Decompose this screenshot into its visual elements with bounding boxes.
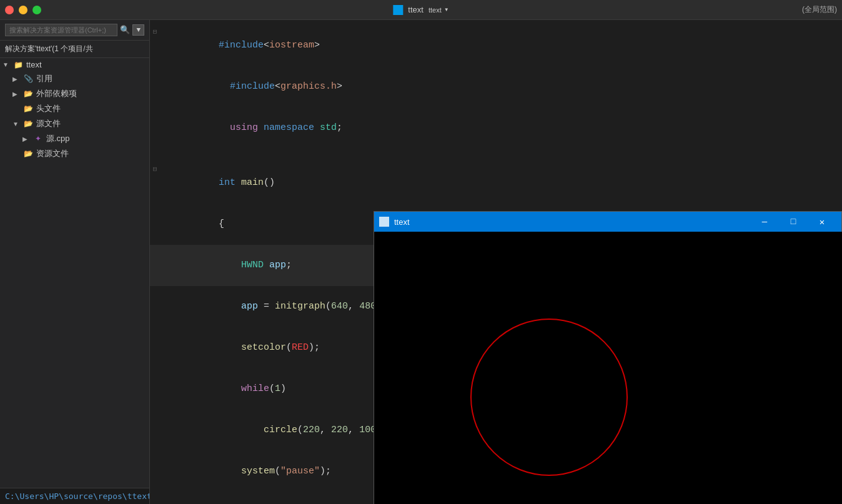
search-bar: 🔍 ▼ [0, 20, 149, 41]
canvas-svg [374, 232, 842, 504]
popup-app-icon [379, 217, 389, 227]
popup-minimize-btn[interactable]: — [750, 212, 779, 232]
popup-window[interactable]: ttext — □ ✕ [374, 211, 842, 504]
header-icon: 📂 [22, 104, 34, 113]
tree-label-resource: 资源文件 [36, 148, 69, 159]
title-label: ttext [408, 5, 423, 14]
arrow-ttext: ▼ [2, 61, 12, 68]
title-dropdown[interactable]: ttext [428, 6, 449, 14]
tree-label-ttext: ttext [26, 60, 42, 69]
close-btn[interactable] [5, 6, 14, 14]
popup-titlebar: ttext — □ ✕ [374, 212, 841, 232]
tree-item-ttext[interactable]: ▼ 📁 ttext [0, 58, 149, 71]
line-content-5: int main() [160, 162, 842, 204]
line-content-2: #include<graphics.h> [160, 66, 842, 107]
code-line-2: #include<graphics.h> [150, 66, 842, 107]
path-bar: C:\Users\HP\source\repos\ttext\Release\t… [0, 488, 149, 504]
tree-label-header: 头文件 [36, 103, 61, 114]
tree-label-yuan: 源.cpp [46, 133, 70, 144]
tree-item-header[interactable]: 📂 头文件 [0, 101, 149, 116]
resource-icon: 📂 [22, 149, 34, 158]
tree-item-resource[interactable]: 📂 资源文件 [0, 146, 149, 161]
arrow-ref: ▶ [12, 76, 22, 82]
tree-item-yuan-cpp[interactable]: ▶ ✦ 源.cpp [0, 131, 149, 146]
tree-item-ref[interactable]: ▶ 📎 引用 [0, 71, 149, 86]
tree-label-source: 源文件 [36, 118, 61, 129]
line-content-4 [160, 149, 842, 162]
drawn-circle [471, 319, 627, 475]
line-content-1: #include<iostream> [160, 25, 842, 66]
source-icon: 📂 [22, 119, 34, 128]
fold-1[interactable]: ⊟ [150, 25, 160, 39]
extern-icon: 📂 [22, 89, 34, 98]
code-line-1: ⊟ #include<iostream> [150, 25, 842, 66]
maximize-btn[interactable] [32, 6, 41, 14]
popup-maximize-btn[interactable]: □ [779, 212, 808, 232]
project-icon: 📁 [12, 61, 24, 69]
popup-controls[interactable]: — □ ✕ [750, 212, 836, 232]
line-content-3: using namespace std; [160, 107, 842, 149]
tree-area: ▼ 📁 ttext ▶ 📎 引用 ▶ 📂 外部依赖项 📂 头文件 [0, 58, 149, 488]
popup-title: ttext [394, 217, 745, 227]
arrow-source: ▼ [12, 121, 22, 127]
code-line-3: using namespace std; [150, 107, 842, 149]
tree-item-source[interactable]: ▼ 📂 源文件 [0, 116, 149, 131]
minimize-btn[interactable] [19, 6, 27, 14]
popup-canvas [374, 232, 842, 504]
app-icon [393, 5, 403, 15]
top-bar-right: (全局范围) [802, 4, 837, 15]
solution-header[interactable]: 解决方案'ttext'(1 个项目/共 [0, 41, 149, 58]
popup-close-btn[interactable]: ✕ [808, 212, 836, 232]
code-line-4 [150, 149, 842, 162]
scope-label: (全局范围) [802, 4, 837, 15]
search-icon[interactable]: 🔍 [120, 25, 130, 35]
search-dropdown[interactable]: ▼ [132, 24, 144, 36]
code-line-5: ⊟ int main() [150, 162, 842, 204]
search-input[interactable] [5, 24, 117, 36]
path-text: C:\Users\HP\source\repos\ttext\Release\t… [5, 492, 150, 501]
window-title: ttext ttext [393, 5, 448, 15]
solution-label: 解决方案'ttext'(1 个项目/共 [5, 44, 93, 53]
tree-label-extern: 外部依赖项 [36, 88, 77, 99]
sidebar: 🔍 ▼ 解决方案'ttext'(1 个项目/共 ▼ 📁 ttext ▶ 📎 引用… [0, 20, 150, 504]
fold-5[interactable]: ⊟ [150, 162, 160, 176]
ref-icon: 📎 [22, 74, 34, 83]
arrow-extern: ▶ [12, 91, 22, 97]
top-bar: ttext ttext (全局范围) [0, 0, 842, 20]
tree-item-extern[interactable]: ▶ 📂 外部依赖项 [0, 86, 149, 101]
arrow-yuan: ▶ [22, 136, 32, 142]
tree-label-ref: 引用 [36, 73, 52, 84]
window-controls[interactable] [5, 6, 41, 14]
cpp-file-icon: ✦ [32, 134, 44, 143]
